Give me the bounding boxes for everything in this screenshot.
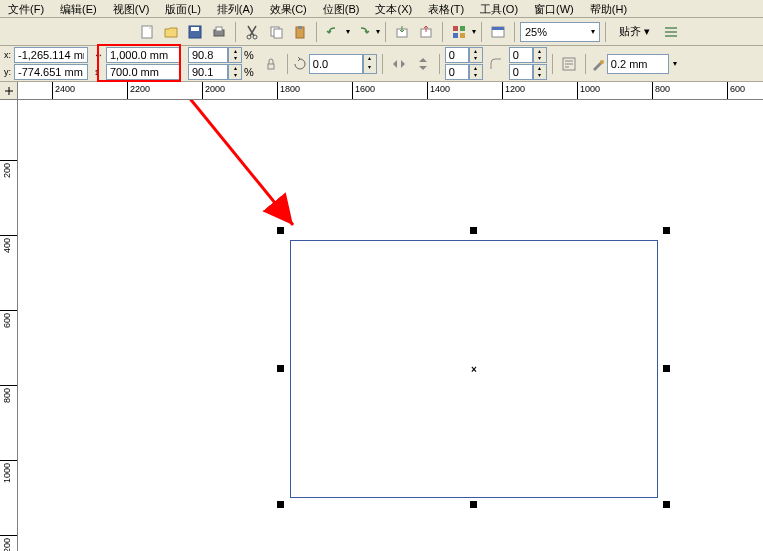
selection-handle-e[interactable] [663, 365, 670, 372]
menu-effects[interactable]: 效果(C) [262, 0, 315, 17]
property-bar: x: y: ↔ ↕ ▴▾% ▴▾% ▴▾ ▴▾ ▴▾ ▴▾ ▴▾ 0.2 mm … [0, 46, 763, 82]
rotation-input[interactable] [309, 54, 363, 74]
undo-button[interactable] [322, 21, 344, 43]
menu-bar: 文件(F) 编辑(E) 视图(V) 版面(L) 排列(A) 效果(C) 位图(B… [0, 0, 763, 18]
selection-handle-ne[interactable] [663, 227, 670, 234]
menu-file[interactable]: 文件(F) [0, 0, 52, 17]
canvas-area: 2400 2200 2000 1800 1600 1400 1200 1000 … [0, 82, 763, 551]
svg-point-5 [247, 35, 251, 39]
new-button[interactable] [136, 21, 158, 43]
print-button[interactable] [208, 21, 230, 43]
svg-point-21 [600, 60, 604, 64]
rotation-spinner[interactable]: ▴▾ [363, 54, 377, 74]
open-button[interactable] [160, 21, 182, 43]
svg-point-6 [253, 35, 257, 39]
copies-input-2[interactable] [445, 64, 469, 80]
menu-view[interactable]: 视图(V) [105, 0, 158, 17]
copies-spinner-4[interactable]: ▴▾ [533, 64, 547, 80]
paste-button[interactable] [289, 21, 311, 43]
standard-toolbar: ▾ ▾ ▾ 25% ▾ 贴齐 ▾ [0, 18, 763, 46]
menu-help[interactable]: 帮助(H) [582, 0, 635, 17]
lock-ratio-button[interactable] [260, 53, 282, 75]
menu-bitmap[interactable]: 位图(B) [315, 0, 368, 17]
height-input[interactable] [106, 64, 180, 80]
svg-rect-16 [460, 33, 465, 38]
scale-x-spinner[interactable]: ▴▾ [228, 47, 242, 63]
copies-spinner-1[interactable]: ▴▾ [469, 47, 483, 63]
copy-button[interactable] [265, 21, 287, 43]
mirror-vertical-button[interactable] [412, 53, 434, 75]
copies-input-3[interactable] [509, 47, 533, 63]
svg-rect-18 [492, 27, 504, 30]
x-position-input[interactable] [14, 47, 88, 63]
selection-handle-nw[interactable] [277, 227, 284, 234]
x-icon: x: [4, 50, 14, 60]
svg-rect-2 [191, 27, 199, 31]
snap-dropdown[interactable]: 贴齐 ▾ [619, 24, 650, 39]
width-input[interactable] [106, 47, 180, 63]
svg-rect-4 [216, 27, 222, 31]
scale-y-spinner[interactable]: ▴▾ [228, 64, 242, 80]
redo-button[interactable] [352, 21, 374, 43]
vertical-ruler[interactable]: 200 400 600 800 1000 1200 [0, 100, 18, 551]
scale-x-input[interactable] [188, 47, 228, 63]
horizontal-ruler[interactable]: 2400 2200 2000 1800 1600 1400 1200 1000 … [18, 82, 763, 100]
welcome-button[interactable] [487, 21, 509, 43]
menu-edit[interactable]: 编辑(E) [52, 0, 105, 17]
zoom-value: 25% [525, 26, 547, 38]
wrap-text-button[interactable] [558, 53, 580, 75]
save-button[interactable] [184, 21, 206, 43]
import-button[interactable] [391, 21, 413, 43]
svg-rect-15 [453, 33, 458, 38]
zoom-select[interactable]: 25% ▾ [520, 22, 600, 42]
copies-input-4[interactable] [509, 64, 533, 80]
percent-icon: % [242, 66, 256, 78]
app-launcher-button[interactable] [448, 21, 470, 43]
height-icon: ↕ [94, 67, 106, 77]
svg-line-22 [183, 100, 293, 225]
copies-spinner-3[interactable]: ▴▾ [533, 47, 547, 63]
svg-rect-10 [298, 26, 302, 29]
options-button[interactable] [660, 21, 682, 43]
outline-pen-icon [591, 57, 605, 71]
svg-rect-8 [274, 29, 282, 38]
menu-text[interactable]: 文本(X) [367, 0, 420, 17]
selection-handle-n[interactable] [470, 227, 477, 234]
y-position-input[interactable] [14, 64, 88, 80]
mirror-horizontal-button[interactable] [388, 53, 410, 75]
outline-width-select[interactable]: 0.2 mm [607, 54, 669, 74]
y-icon: y: [4, 67, 14, 77]
selection-center-icon[interactable]: × [471, 364, 477, 375]
menu-tools[interactable]: 工具(O) [472, 0, 526, 17]
menu-arrange[interactable]: 排列(A) [209, 0, 262, 17]
svg-rect-13 [453, 26, 458, 31]
svg-rect-19 [268, 64, 274, 69]
selection-handle-se[interactable] [663, 501, 670, 508]
drawing-canvas[interactable]: × [18, 100, 763, 551]
export-button[interactable] [415, 21, 437, 43]
corner-roundness-button[interactable] [485, 53, 507, 75]
svg-rect-14 [460, 26, 465, 31]
menu-layout[interactable]: 版面(L) [157, 0, 208, 17]
selection-handle-s[interactable] [470, 501, 477, 508]
ruler-origin[interactable] [0, 82, 18, 100]
copies-input-1[interactable] [445, 47, 469, 63]
rotation-icon [293, 57, 307, 71]
selection-handle-sw[interactable] [277, 501, 284, 508]
copies-spinner-2[interactable]: ▴▾ [469, 64, 483, 80]
menu-window[interactable]: 窗口(W) [526, 0, 582, 17]
selection-handle-w[interactable] [277, 365, 284, 372]
menu-table[interactable]: 表格(T) [420, 0, 472, 17]
percent-icon: % [242, 49, 256, 61]
scale-y-input[interactable] [188, 64, 228, 80]
width-icon: ↔ [94, 50, 106, 60]
cut-button[interactable] [241, 21, 263, 43]
